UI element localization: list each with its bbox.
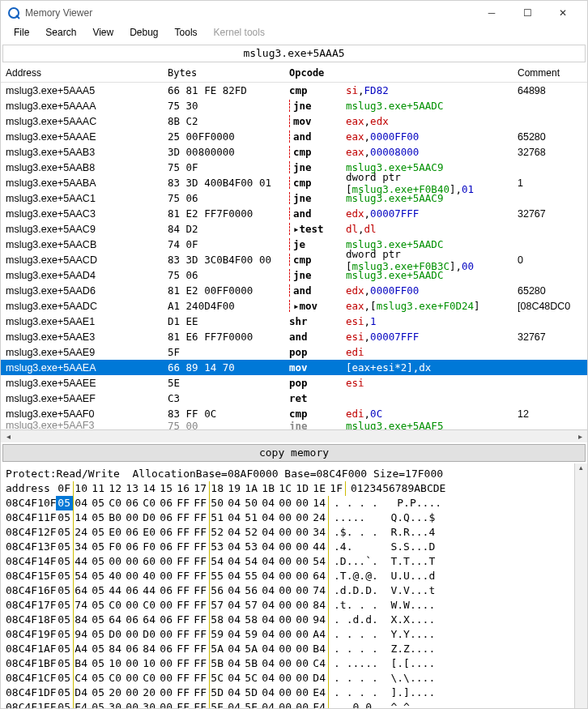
hex-byte[interactable]: E0: [141, 525, 158, 540]
hex-byte[interactable]: 34: [311, 525, 328, 540]
hex-byte[interactable]: FF: [192, 686, 209, 700]
hex-byte[interactable]: 00: [294, 613, 311, 627]
hex-byte[interactable]: FF: [175, 540, 192, 554]
hex-byte[interactable]: 5E: [243, 700, 260, 709]
hex-byte[interactable]: 00: [124, 510, 141, 525]
hex-byte[interactable]: 04: [226, 583, 243, 598]
hex-row[interactable]: 08C4F1CF05C405C000C000FFFF5C045C040000D4…: [6, 671, 582, 686]
hex-byte[interactable]: 5B: [209, 656, 226, 671]
hex-byte[interactable]: 00: [277, 656, 294, 671]
menu-debug[interactable]: Debug: [121, 25, 166, 43]
menu-view[interactable]: View: [84, 25, 121, 43]
hex-byte[interactable]: 04: [260, 700, 277, 709]
hex-byte[interactable]: 64: [141, 613, 158, 627]
disasm-row[interactable]: mslug3.exe+5AAC381 E2 FF7F0000andedx,000…: [1, 206, 587, 221]
disasm-row[interactable]: mslug3.exe+5AAE95Fpopedi: [1, 344, 587, 360]
hex-byte[interactable]: 59: [243, 627, 260, 642]
hex-byte[interactable]: FF: [192, 510, 209, 525]
hex-byte[interactable]: 00: [277, 671, 294, 686]
hex-byte[interactable]: 54: [311, 554, 328, 569]
hex-dump[interactable]: Protect:Read/Write AllocationBase=08AF00…: [1, 463, 587, 709]
header-opcode[interactable]: Opcode: [289, 67, 346, 79]
hex-byte[interactable]: 00: [277, 510, 294, 525]
hex-byte[interactable]: 24: [311, 510, 328, 525]
hex-byte[interactable]: 06: [158, 613, 175, 627]
hex-byte[interactable]: 84: [107, 642, 124, 656]
hex-byte[interactable]: 00: [124, 554, 141, 569]
disassembly-listing[interactable]: mslug3.exe+5AAA566 81 FE 82FDcmpsi,FD826…: [1, 83, 587, 429]
hex-byte[interactable]: 04: [226, 554, 243, 569]
hex-byte[interactable]: 00: [294, 525, 311, 540]
hex-byte[interactable]: 00: [294, 700, 311, 709]
disasm-row[interactable]: mslug3.exe+5AADCA1 240D4F00▸moveax,[mslu…: [1, 298, 587, 314]
hex-byte[interactable]: 5A: [243, 642, 260, 656]
hex-byte[interactable]: 00: [294, 642, 311, 656]
hex-byte[interactable]: C4: [311, 656, 328, 671]
hex-byte[interactable]: 04: [226, 510, 243, 525]
hex-byte[interactable]: 05: [56, 598, 73, 613]
close-button[interactable]: ✕: [545, 2, 581, 24]
hex-byte[interactable]: 00: [277, 554, 294, 569]
hex-byte[interactable]: FF: [175, 510, 192, 525]
hex-byte[interactable]: F4: [311, 700, 328, 709]
hex-byte[interactable]: 00: [294, 540, 311, 554]
hex-byte[interactable]: 04: [73, 496, 90, 510]
hex-byte[interactable]: 00: [277, 598, 294, 613]
hex-byte[interactable]: 06: [124, 613, 141, 627]
hex-byte[interactable]: 04: [226, 496, 243, 510]
hex-byte[interactable]: 74: [311, 583, 328, 598]
hex-row[interactable]: 08C4F15F05540540004000FFFF55045504000064…: [6, 569, 582, 583]
hex-byte[interactable]: 05: [90, 656, 107, 671]
hex-byte[interactable]: 05: [56, 583, 73, 598]
header-address[interactable]: Address: [6, 67, 168, 79]
hex-byte[interactable]: 00: [277, 540, 294, 554]
hex-row[interactable]: 08C4F16F05640544064406FFFF56045604000074…: [6, 583, 582, 598]
scroll-left-icon[interactable]: ◂: [2, 432, 14, 441]
hex-byte[interactable]: 05: [90, 583, 107, 598]
hex-byte[interactable]: 04: [260, 656, 277, 671]
hex-byte[interactable]: B0: [107, 510, 124, 525]
hex-byte[interactable]: D0: [141, 510, 158, 525]
disasm-row[interactable]: mslug3.exe+5AAD681 E2 00FF0000andedx,000…: [1, 283, 587, 298]
hex-byte[interactable]: C0: [107, 671, 124, 686]
hex-byte[interactable]: 00: [158, 700, 175, 709]
hex-byte[interactable]: 20: [141, 686, 158, 700]
hex-byte[interactable]: 51: [209, 510, 226, 525]
hex-byte[interactable]: F0: [107, 540, 124, 554]
hex-row[interactable]: 08C4F1EF05E40530003000FFFF5E045E040000F4…: [6, 700, 582, 709]
hex-byte[interactable]: 84: [73, 613, 90, 627]
scroll-right-icon[interactable]: ▸: [574, 432, 586, 441]
hex-byte[interactable]: 44: [73, 554, 90, 569]
hex-byte[interactable]: 05: [90, 627, 107, 642]
hex-byte[interactable]: 50: [243, 496, 260, 510]
hex-byte[interactable]: 04: [226, 700, 243, 709]
hex-byte[interactable]: 06: [158, 540, 175, 554]
hex-byte[interactable]: 00: [277, 525, 294, 540]
disasm-row[interactable]: mslug3.exe+5AAB33D 00800000cmpeax,000080…: [1, 144, 587, 160]
hex-byte[interactable]: 06: [158, 642, 175, 656]
disasm-row[interactable]: mslug3.exe+5AAF083 FF 0Ccmpedi,0C12: [1, 406, 587, 421]
hex-byte[interactable]: 04: [260, 671, 277, 686]
hex-byte[interactable]: 05: [90, 613, 107, 627]
hex-byte[interactable]: 54: [209, 554, 226, 569]
disasm-row[interactable]: mslug3.exe+5AAE381 E6 FF7F0000andesi,000…: [1, 329, 587, 344]
hex-byte[interactable]: D4: [311, 671, 328, 686]
hex-byte[interactable]: 00: [294, 554, 311, 569]
hex-byte[interactable]: 00: [158, 569, 175, 583]
menu-file[interactable]: File: [6, 25, 37, 43]
hex-byte[interactable]: FF: [175, 686, 192, 700]
disasm-row[interactable]: mslug3.exe+5AAA566 81 FE 82FDcmpsi,FD826…: [1, 83, 587, 98]
horizontal-scrollbar[interactable]: ◂ ▸: [1, 429, 587, 442]
hex-byte[interactable]: C0: [107, 598, 124, 613]
hex-row[interactable]: 08C4F11F051405B000D006FFFF51045104000024…: [6, 510, 582, 525]
hex-byte[interactable]: 00: [158, 554, 175, 569]
disasm-row[interactable]: mslug3.exe+5AAEA66 89 14 70mov[eax+esi*2…: [1, 360, 587, 375]
hex-byte[interactable]: 06: [158, 583, 175, 598]
hex-byte[interactable]: 5D: [243, 686, 260, 700]
hex-byte[interactable]: 06: [124, 496, 141, 510]
hex-byte[interactable]: 00: [294, 656, 311, 671]
hex-byte[interactable]: 74: [73, 598, 90, 613]
hex-byte[interactable]: 05: [56, 700, 73, 709]
hex-byte[interactable]: FF: [192, 642, 209, 656]
hex-byte[interactable]: FF: [175, 569, 192, 583]
